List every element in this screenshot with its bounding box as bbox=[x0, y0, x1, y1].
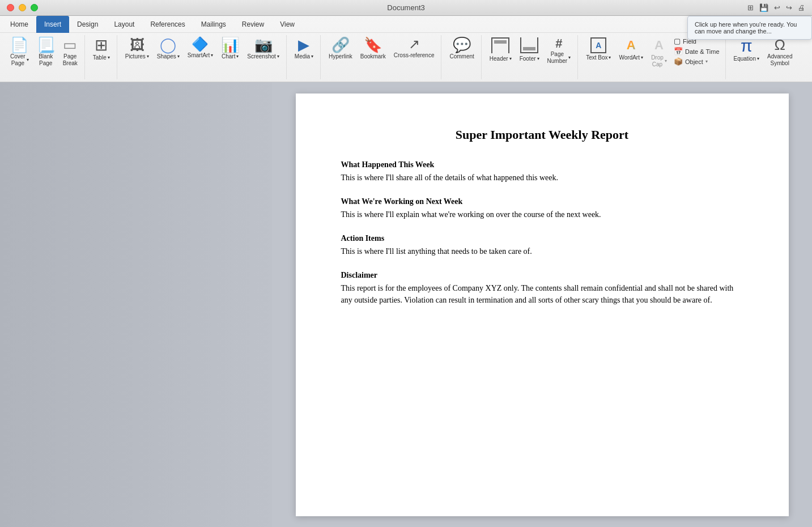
undo-icon[interactable]: ↩ bbox=[774, 3, 780, 12]
equation-label: Equation ▾ bbox=[734, 56, 759, 62]
advanced-symbol-label: AdvancedSymbol bbox=[767, 53, 792, 67]
page-break-button[interactable]: ▭ PageBreak bbox=[59, 35, 81, 69]
section-2-heading: What We're Working on Next Week bbox=[341, 197, 743, 206]
sidebar-left bbox=[0, 82, 272, 527]
tab-insert[interactable]: Insert bbox=[36, 16, 69, 33]
text-group: A Text Box ▾ A WordArt ▾ A DropCap ▾ ▢ bbox=[579, 35, 725, 79]
document-area: Super Important Weekly Report What Happe… bbox=[272, 82, 812, 527]
section-3-body[interactable]: This is where I'll list anything that ne… bbox=[341, 245, 743, 257]
print-icon[interactable]: 🖨 bbox=[798, 3, 805, 12]
section-2-body[interactable]: This is where I'll explain what we're wo… bbox=[341, 209, 743, 220]
drop-cap-icon: A bbox=[651, 37, 667, 53]
wordart-icon: A bbox=[623, 37, 639, 53]
page-number-icon: # bbox=[555, 37, 562, 50]
illustrations-group: 🖼 Pictures ▾ ◯ Shapes ▾ 🔷 SmartArt ▾ 📊 C… bbox=[118, 35, 287, 79]
blank-page-label: BlankPage bbox=[39, 53, 53, 67]
media-icon: ▶ bbox=[298, 37, 309, 52]
drop-cap-button[interactable]: A DropCap ▾ bbox=[648, 35, 670, 70]
section-4: Disclaimer This report is for the employ… bbox=[341, 271, 743, 306]
text-box-icon: A bbox=[590, 37, 606, 53]
object-button[interactable]: 📦 Object ▾ bbox=[671, 57, 722, 66]
date-time-button[interactable]: 📅 Date & Time bbox=[671, 46, 722, 56]
object-label: Object bbox=[685, 58, 703, 65]
document-title: Document3 bbox=[387, 3, 424, 12]
section-1-body[interactable]: This is where I'll share all of the deta… bbox=[341, 172, 743, 184]
shapes-icon: ◯ bbox=[160, 37, 176, 52]
page-break-icon: ▭ bbox=[63, 37, 77, 52]
minimize-button[interactable] bbox=[19, 4, 26, 11]
hyperlink-icon: 🔗 bbox=[331, 37, 350, 52]
tab-references[interactable]: References bbox=[142, 16, 193, 33]
maximize-button[interactable] bbox=[31, 4, 38, 11]
bookmark-button[interactable]: 🔖 Bookmark bbox=[357, 35, 389, 62]
blank-page-button[interactable]: 📃 BlankPage bbox=[33, 35, 58, 69]
equation-icon: π bbox=[741, 37, 753, 54]
chart-icon: 📊 bbox=[221, 37, 239, 52]
wordart-label: WordArt ▾ bbox=[619, 54, 643, 61]
screenshot-label: Screenshot ▾ bbox=[247, 53, 279, 60]
main-area: Super Important Weekly Report What Happe… bbox=[0, 82, 812, 527]
media-group: ▶ Media ▾ bbox=[288, 35, 321, 79]
table-button[interactable]: ⊞ Table ▾ bbox=[90, 35, 113, 63]
footer-button[interactable]: Footer ▾ bbox=[516, 35, 543, 65]
chart-button[interactable]: 📊 Chart ▾ bbox=[218, 35, 243, 62]
footer-label: Footer ▾ bbox=[520, 56, 539, 62]
window-controls bbox=[7, 4, 38, 11]
cross-reference-icon: ↗ bbox=[409, 37, 420, 51]
table-icon: ⊞ bbox=[95, 37, 108, 53]
sidebar-toggle-icon[interactable]: ⊞ bbox=[747, 3, 754, 12]
comment-icon: 💬 bbox=[453, 37, 471, 52]
tab-mailings[interactable]: Mailings bbox=[193, 16, 234, 33]
date-time-label: Date & Time bbox=[685, 48, 720, 55]
pictures-button[interactable]: 🖼 Pictures ▾ bbox=[122, 35, 152, 62]
bookmark-label: Bookmark bbox=[360, 53, 386, 60]
section-4-body[interactable]: This report is for the employees of Comp… bbox=[341, 282, 743, 306]
section-4-heading: Disclaimer bbox=[341, 271, 743, 280]
symbols-group: π Equation ▾ Ω AdvancedSymbol bbox=[727, 35, 800, 79]
section-2: What We're Working on Next Week This is … bbox=[341, 197, 743, 220]
cross-reference-button[interactable]: ↗ Cross-reference bbox=[390, 35, 438, 61]
smartart-button[interactable]: 🔷 SmartArt ▾ bbox=[184, 35, 216, 61]
screenshot-icon: 📷 bbox=[254, 37, 273, 52]
tab-layout[interactable]: Layout bbox=[106, 16, 142, 33]
pages-group: 📄 CoverPage ▾ 📃 BlankPage ▭ PageBreak bbox=[3, 35, 85, 79]
page-number-label: PageNumber ▾ bbox=[547, 51, 571, 65]
title-bar: ⊞ 💾 ↩ ↪ 🖨 Document3 bbox=[0, 0, 812, 16]
media-group-items: ▶ Media ▾ bbox=[291, 35, 317, 79]
cover-page-label: CoverPage ▾ bbox=[10, 53, 29, 67]
pages-group-items: 📄 CoverPage ▾ 📃 BlankPage ▭ PageBreak bbox=[7, 35, 81, 79]
media-label: Media ▾ bbox=[295, 53, 313, 60]
close-button[interactable] bbox=[7, 4, 14, 11]
text-group-items: A Text Box ▾ A WordArt ▾ A DropCap ▾ ▢ bbox=[583, 35, 721, 79]
table-label: Table ▾ bbox=[93, 54, 110, 61]
cover-page-button[interactable]: 📄 CoverPage ▾ bbox=[7, 35, 32, 69]
screenshot-button[interactable]: 📷 Screenshot ▾ bbox=[244, 35, 283, 62]
tab-home[interactable]: Home bbox=[2, 16, 36, 33]
notification-bar: Click up here when you're ready. You can… bbox=[687, 16, 812, 40]
header-button[interactable]: Header ▾ bbox=[486, 35, 515, 65]
object-arrow: ▾ bbox=[705, 59, 708, 64]
tab-design[interactable]: Design bbox=[69, 16, 106, 33]
pictures-icon: 🖼 bbox=[130, 37, 144, 52]
section-3: Action Items This is where I'll list any… bbox=[341, 234, 743, 257]
advanced-symbol-button[interactable]: Ω AdvancedSymbol bbox=[764, 35, 796, 69]
cover-page-icon: 📄 bbox=[10, 37, 28, 52]
comment-button[interactable]: 💬 Comment bbox=[446, 35, 477, 62]
text-box-button[interactable]: A Text Box ▾ bbox=[583, 35, 614, 63]
cross-reference-label: Cross-reference bbox=[394, 52, 435, 59]
hyperlink-button[interactable]: 🔗 Hyperlink bbox=[325, 35, 356, 62]
bookmark-icon: 🔖 bbox=[364, 37, 382, 52]
document-title: Super Important Weekly Report bbox=[341, 128, 743, 142]
tab-review[interactable]: Review bbox=[234, 16, 272, 33]
field-icon: ▢ bbox=[674, 37, 681, 45]
tab-view[interactable]: View bbox=[272, 16, 303, 33]
chart-label: Chart ▾ bbox=[222, 53, 239, 60]
save-icon[interactable]: 💾 bbox=[759, 3, 768, 12]
page-number-button[interactable]: # PageNumber ▾ bbox=[544, 35, 575, 67]
shapes-button[interactable]: ◯ Shapes ▾ bbox=[154, 35, 183, 62]
drop-cap-label: DropCap ▾ bbox=[651, 54, 667, 68]
wordart-button[interactable]: A WordArt ▾ bbox=[615, 35, 647, 63]
links-group-items: 🔗 Hyperlink 🔖 Bookmark ↗ Cross-reference bbox=[325, 35, 437, 79]
redo-icon[interactable]: ↪ bbox=[786, 3, 792, 12]
media-button[interactable]: ▶ Media ▾ bbox=[291, 35, 317, 62]
